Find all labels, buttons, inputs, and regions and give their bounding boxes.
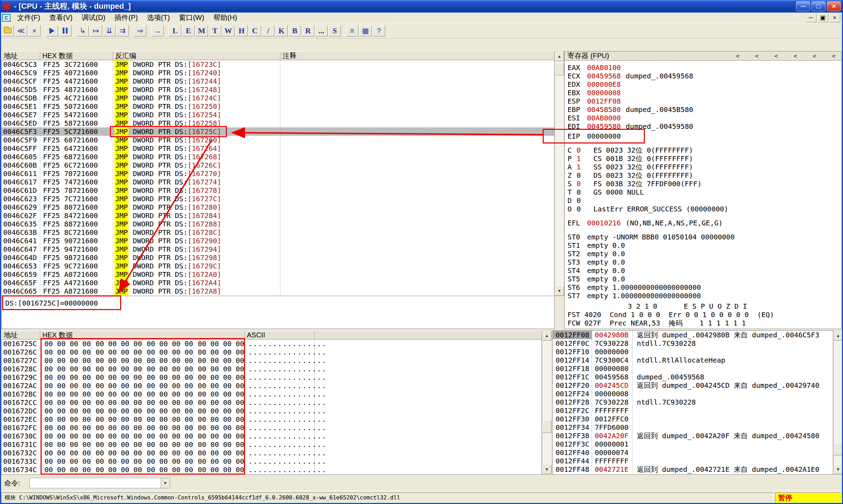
fcw-row[interactable]: FCW 027F Prec NEAR,53 掩码 1 1 1 1 1 1 [565, 319, 841, 327]
view-memory-button[interactable]: M [195, 25, 208, 36]
disasm-row[interactable]: 0046C5C3FF25 3C721600JMP DWORD PTR DS:[1… [2, 60, 554, 69]
debugging-options-button[interactable]: ≡ [346, 25, 358, 36]
view-patches-button[interactable]: / [262, 25, 274, 36]
disasm-row[interactable]: 0046C647FF25 94721600JMP DWORD PTR DS:[1… [2, 245, 554, 253]
dump-row[interactable]: 0016727C00 00 00 0000 00 00 0000 00 00 0… [2, 356, 542, 365]
flag-row[interactable]: C0ES 0023 32位 0(FFFFFFFF) [565, 146, 841, 154]
stack-row[interactable]: 0012FF4000000074 [553, 448, 833, 457]
disasm-row[interactable]: 0046C617FF25 74721600JMP DWORD PTR DS:[1… [2, 178, 554, 186]
open-file-button[interactable] [1, 25, 14, 36]
dump-row[interactable]: 001672AC00 00 00 0000 00 00 0000 00 00 0… [2, 382, 542, 390]
scroll-down-button[interactable]: ▼ [834, 464, 843, 474]
view-run-trace-button[interactable]: ... [315, 25, 328, 36]
collapse-chevron-icon[interactable]: < [832, 52, 836, 59]
step-over-button[interactable]: ↦ [90, 25, 102, 36]
run-button[interactable] [46, 25, 58, 36]
stack-row[interactable]: 0012FF287C930228ntdll.7C930228 [553, 398, 833, 406]
flag-row[interactable]: T0GS 0000 NULL [565, 188, 841, 196]
stack-row[interactable]: 0012FF147C9300C4ntdll.RtlAllocateHeap [553, 356, 833, 364]
menu-item[interactable]: 调试(D) [77, 13, 110, 23]
disasm-header-comment[interactable]: 注释 [280, 51, 554, 60]
stack-row[interactable]: 0012FF300012FFC0 [553, 415, 833, 423]
menu-item[interactable]: 插件(P) [110, 13, 142, 23]
fst-row[interactable]: FST 4020 Cond 1 0 0 0 Err 0 0 1 0 0 0 0 … [565, 310, 841, 319]
scrollbar-thumb[interactable] [834, 443, 843, 455]
disasm-row[interactable]: 0046C5CFFF25 44721600JMP DWORD PTR DS:[1… [2, 77, 554, 85]
view-log-button[interactable]: L [169, 25, 181, 36]
scrollbar-thumb[interactable] [555, 63, 564, 75]
efl-register-row[interactable]: EFL 00010216 (NO,NB,NE,A,NS,PE,GE,G) [565, 219, 841, 227]
stack-row[interactable]: 0012FF1800000080 [553, 364, 833, 373]
register-row[interactable]: ESI00AB0000 [565, 114, 841, 122]
command-combobox[interactable]: ▼ [29, 478, 170, 488]
dump-header-ascii[interactable]: ASCII [245, 331, 315, 339]
dump-scrollbar[interactable]: ▲ ▼ [542, 330, 552, 475]
collapse-chevron-icon[interactable]: < [813, 52, 816, 59]
disasm-row[interactable]: 0046C623FF25 7C721600JMP DWORD PTR DS:[1… [2, 195, 554, 203]
eip-register-row[interactable]: EIP 00000000 [565, 132, 841, 140]
cpu-window-icon[interactable]: C [2, 14, 11, 22]
menu-item[interactable]: 文件(F) [13, 13, 45, 23]
disasm-row[interactable]: 0046C5F9FF25 60721600JMP DWORD PTR DS:[1… [2, 136, 554, 144]
pause-button[interactable] [59, 25, 71, 36]
animate-into-button[interactable]: ⇊ [103, 25, 116, 36]
scroll-down-button[interactable]: ▼ [542, 464, 551, 474]
register-row[interactable]: ESP0012FF08 [565, 97, 841, 105]
flag-row[interactable]: S0FS 003B 32位 7FFDF000(FFF) [565, 180, 841, 188]
view-breakpoints-button[interactable]: B [288, 25, 301, 36]
scroll-up-button[interactable]: ▲ [542, 331, 551, 341]
view-windows-button[interactable]: W [222, 25, 235, 36]
disasm-row[interactable]: 0046C65FFF25 A4721600JMP DWORD PTR DS:[1… [2, 279, 554, 287]
dump-row[interactable]: 0016729C00 00 00 0000 00 00 0000 00 00 0… [2, 373, 542, 382]
register-row[interactable]: EDI00459580dumped_.00459580 [565, 122, 841, 131]
register-row[interactable]: EDX000000E8 [565, 80, 841, 89]
disasm-row[interactable]: 0046C63BFF25 8C721600JMP DWORD PTR DS:[1… [2, 228, 554, 237]
disasm-row[interactable]: 0046C605FF25 68721600JMP DWORD PTR DS:[1… [2, 153, 554, 161]
register-row[interactable]: EBX00000008 [565, 89, 841, 97]
animate-over-button[interactable]: ⇉ [116, 25, 129, 36]
collapse-chevron-icon[interactable]: < [736, 52, 740, 59]
dump-row[interactable]: 0016730C00 00 00 0000 00 00 0000 00 00 0… [2, 432, 542, 440]
appearance-button[interactable]: ▦ [359, 25, 372, 36]
collapse-chevron-icon[interactable]: < [755, 52, 759, 59]
stack-row[interactable]: 0012FF1C00459568dumped_.00459568 [553, 373, 833, 381]
dump-row[interactable]: 0016733C00 00 00 0000 00 00 0000 00 00 0… [2, 457, 542, 465]
fpu-register-row[interactable]: ST3empty 0.0 [565, 258, 841, 266]
stack-row[interactable]: 0012FF347FFD6000 [553, 423, 833, 432]
fpu-register-row[interactable]: ST4empty 0.0 [565, 266, 841, 275]
fpu-register-row[interactable]: ST1empty 0.0 [565, 241, 841, 250]
disasm-row[interactable]: 0046C5E1FF25 50721600JMP DWORD PTR DS:[1… [2, 102, 554, 111]
dump-header-hex[interactable]: HEX 数据 [40, 331, 245, 339]
register-row[interactable]: ECX00459568dumped_.00459568 [565, 72, 841, 80]
stack-row[interactable]: 0012FF0C7C930228ntdll.7C930228 [553, 339, 833, 348]
execute-till-return-button[interactable]: ⇒ [134, 25, 146, 36]
dump-row[interactable]: 0016732C00 00 00 0000 00 00 0000 00 00 0… [2, 449, 542, 457]
disasm-row[interactable]: 0046C635FF25 88721600JMP DWORD PTR DS:[1… [2, 220, 554, 228]
fpu-register-row[interactable]: ST7empty 1.0000000000000000000 [565, 292, 841, 300]
scrollbar-thumb[interactable] [542, 420, 551, 433]
menu-item[interactable]: 查看(V) [45, 13, 77, 23]
command-dropdown-button[interactable]: ▼ [161, 478, 170, 488]
dump-row[interactable]: 0016734C00 00 00 0000 00 00 0000 00 00 0… [2, 465, 542, 474]
stack-row[interactable]: 0012FF1000000000 [553, 348, 833, 356]
maximize-button[interactable]: □ [811, 1, 825, 11]
disasm-row[interactable]: 0046C659FF25 A0721600JMP DWORD PTR DS:[1… [2, 270, 554, 279]
menu-item[interactable]: 选项(T) [142, 13, 175, 23]
view-executables-button[interactable]: E [182, 25, 195, 36]
disasm-row[interactable]: 0046C60BFF25 6C721600JMP DWORD PTR DS:[1… [2, 161, 554, 169]
minimize-button[interactable]: ─ [796, 1, 810, 11]
mdi-close-button[interactable]: × [829, 13, 840, 22]
dump-row[interactable]: 0016725C00 00 00 0000 00 00 0000 00 00 0… [2, 340, 542, 348]
stack-row[interactable]: 0012FF480042721E返回到 dumped_.0042721E 来自 … [553, 465, 833, 474]
disasm-row[interactable]: 0046C61DFF25 78721600JMP DWORD PTR DS:[1… [2, 186, 554, 195]
flag-row[interactable]: A1SS 0023 32位 0(FFFFFFFF) [565, 163, 841, 171]
go-to-address-button[interactable]: → [151, 25, 164, 36]
collapse-chevron-icon[interactable]: < [793, 52, 797, 59]
stack-row[interactable]: 0012FF2400000008 [553, 390, 833, 398]
disasm-row[interactable]: 0046C5F3FF25 5C721600JMP DWORD PTR DS:[1… [2, 127, 554, 136]
disasm-row[interactable]: 0046C62FFF25 84721600JMP DWORD PTR DS:[1… [2, 211, 554, 220]
stack-row[interactable]: 0012FF44FFFFFFFF [553, 457, 833, 465]
disasm-row[interactable]: 0046C629FF25 80721600JMP DWORD PTR DS:[1… [2, 203, 554, 211]
flag-row[interactable]: Z0DS 0023 32位 0(FFFFFFFF) [565, 171, 841, 180]
registers-header[interactable]: 寄存器 (FPU) <<<<<< [565, 51, 841, 61]
